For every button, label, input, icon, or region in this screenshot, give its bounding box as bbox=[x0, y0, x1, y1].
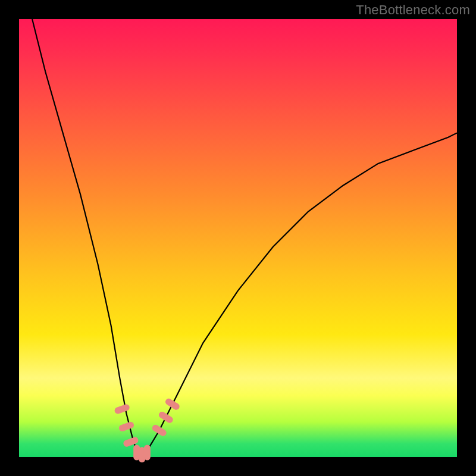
right-band-2-marker bbox=[158, 411, 174, 424]
bottleneck-curve-svg bbox=[19, 19, 457, 457]
plot-area bbox=[19, 19, 457, 457]
watermark-text: TheBottleneck.com bbox=[356, 2, 470, 18]
left-band-2-marker bbox=[118, 421, 134, 432]
bottleneck-curve bbox=[32, 19, 457, 457]
left-band-1-marker bbox=[114, 403, 130, 415]
right-band-1-marker bbox=[151, 424, 168, 437]
floor-3-marker bbox=[144, 445, 151, 461]
chart-frame: TheBottleneck.com bbox=[0, 0, 476, 476]
right-band-3-marker bbox=[164, 397, 181, 411]
